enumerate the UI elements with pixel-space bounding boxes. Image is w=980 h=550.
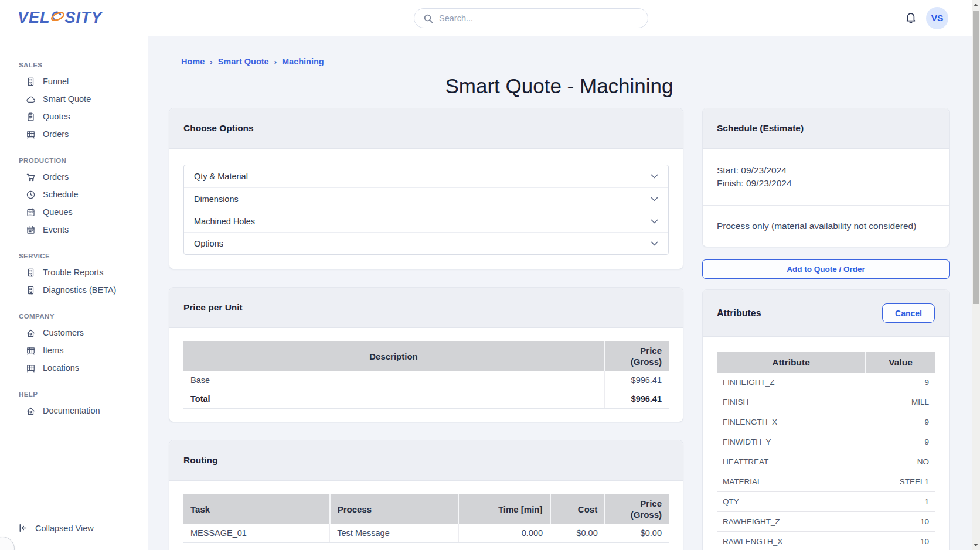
sidebar-item-queues[interactable]: Queues	[0, 203, 148, 221]
breadcrumb-smart-quote[interactable]: Smart Quote	[218, 57, 269, 66]
collapse-label: Collapsed View	[35, 524, 94, 533]
building-icon	[26, 77, 36, 87]
routing-col-task: Task	[183, 494, 330, 524]
logo-orbit-icon	[50, 9, 66, 25]
accordion-item-qty-material[interactable]: Qty & Material	[184, 165, 668, 187]
cancel-button[interactable]: Cancel	[882, 303, 935, 323]
accordion-item-dimensions[interactable]: Dimensions	[184, 187, 668, 210]
sidebar-section-label: COMPANY	[0, 309, 148, 324]
scrollbar-thumb[interactable]	[973, 11, 979, 304]
attribute-value: 9	[866, 432, 935, 452]
schedule-start: Start: 09/23/2024	[717, 164, 935, 177]
attribute-value: 9	[866, 412, 935, 432]
sidebar-item-diagnostics[interactable]: Diagnostics (BETA)	[0, 281, 148, 299]
sidebar-item-label: Orders	[43, 172, 69, 182]
calendar-icon	[26, 207, 36, 217]
attributes-card: Attributes Cancel Attribute Value	[702, 289, 950, 550]
price-total-value: $996.41	[604, 390, 669, 409]
attributes-col-value: Value	[866, 352, 935, 373]
sidebar-item-orders-sales[interactable]: Orders	[0, 125, 148, 143]
sidebar-item-label: Funnel	[43, 77, 69, 86]
vertical-scrollbar	[972, 0, 980, 550]
building-icon	[26, 268, 36, 278]
table-grid-icon	[26, 346, 36, 356]
sidebar-item-events[interactable]: Events	[0, 221, 148, 238]
top-navbar: VEL SITY VS	[0, 0, 972, 36]
attributes-col-attribute: Attribute	[717, 352, 866, 373]
sidebar-section-label: SALES	[0, 57, 148, 73]
sidebar-item-items[interactable]: Items	[0, 341, 148, 359]
collapse-left-icon	[18, 522, 29, 534]
options-accordion: Qty & Material Dimensions Machined Holes	[183, 165, 669, 255]
attribute-value: 1	[866, 492, 935, 512]
price-per-unit-card: Price per Unit Description Price (Gross)…	[169, 287, 683, 422]
table-row: FINISH MILL	[717, 392, 935, 412]
sidebar-item-trouble-reports[interactable]: Trouble Reports	[0, 264, 148, 281]
breadcrumb-separator: ›	[274, 57, 277, 66]
schedule-finish: Finish: 09/23/2024	[717, 177, 935, 190]
accordion-item-options[interactable]: Options	[184, 232, 668, 254]
notifications-bell-icon[interactable]	[904, 11, 918, 25]
add-to-quote-order-button[interactable]: Add to Quote / Order	[702, 259, 950, 279]
routing-row-cost: $0.00	[550, 524, 605, 543]
breadcrumb-machining[interactable]: Machining	[282, 57, 324, 66]
sidebar-item-label: Locations	[43, 363, 79, 373]
breadcrumb-separator: ›	[210, 57, 212, 66]
attribute-name: QTY	[717, 492, 866, 512]
routing-row-process: Test Message	[330, 524, 459, 543]
accordion-item-machined-holes[interactable]: Machined Holes	[184, 210, 668, 232]
price-per-unit-title: Price per Unit	[169, 288, 683, 328]
choose-options-title: Choose Options	[169, 108, 683, 149]
breadcrumb-home[interactable]: Home	[181, 57, 205, 66]
attribute-name: HEATTREAT	[717, 452, 866, 472]
schedule-title: Schedule (Estimate)	[703, 108, 949, 149]
scrollbar-up-arrow[interactable]	[974, 4, 978, 6]
routing-table: Task Process Time [min] Cost Price (Gros…	[183, 494, 669, 543]
main-content: Home › Smart Quote › Machining Smart Quo…	[148, 36, 972, 550]
sidebar-section-help: HELP Documentation	[0, 387, 148, 419]
price-col-price-gross: Price (Gross)	[604, 341, 669, 371]
choose-options-card: Choose Options Qty & Material Dimensions…	[169, 108, 683, 269]
sidebar-item-funnel[interactable]: Funnel	[0, 73, 148, 90]
sidebar-item-customers[interactable]: Customers	[0, 324, 148, 341]
search-input[interactable]	[414, 9, 648, 28]
attribute-name: FINWIDTH_Y	[717, 432, 866, 452]
attribute-name: MATERIAL	[717, 472, 866, 492]
sidebar-item-smart-quote[interactable]: Smart Quote	[0, 90, 148, 108]
sidebar-item-label: Queues	[43, 207, 73, 217]
scrollbar-down-arrow[interactable]	[974, 544, 978, 546]
sidebar-item-schedule[interactable]: Schedule	[0, 186, 148, 203]
user-avatar[interactable]: VS	[926, 7, 948, 29]
sidebar-item-label: Quotes	[43, 112, 70, 121]
sidebar-item-label: Schedule	[43, 190, 78, 199]
sidebar-item-label: Items	[43, 346, 63, 355]
attribute-value: STEEL1	[866, 472, 935, 492]
table-grid-icon	[26, 129, 36, 139]
chevron-down-icon	[651, 241, 658, 246]
sidebar-item-label: Trouble Reports	[43, 268, 103, 277]
schedule-note: Process only (material availability not …	[703, 205, 949, 247]
chevron-down-icon	[651, 219, 658, 224]
cloud-icon	[26, 94, 36, 104]
sidebar-item-orders-production[interactable]: Orders	[0, 168, 148, 186]
attribute-value: 10	[866, 512, 935, 532]
table-row: QTY 1	[717, 492, 935, 512]
search-box	[414, 8, 648, 28]
routing-col-process: Process	[330, 494, 459, 524]
chevron-down-icon	[651, 174, 658, 179]
routing-col-price-gross: Price (Gross)	[605, 494, 669, 524]
home-icon	[26, 406, 36, 416]
sidebar-section-production: PRODUCTION Orders Schedule Queues Events	[0, 153, 148, 238]
price-row-value: $996.41	[604, 371, 669, 390]
cart-icon	[26, 172, 36, 182]
clipboard-icon	[26, 112, 36, 122]
sidebar-item-locations[interactable]: Locations	[0, 359, 148, 377]
collapse-sidebar-button[interactable]: Collapsed View	[0, 508, 148, 550]
sidebar-item-quotes[interactable]: Quotes	[0, 108, 148, 125]
accordion-label: Machined Holes	[194, 217, 255, 226]
sidebar-item-label: Documentation	[43, 406, 100, 415]
app-logo[interactable]: VEL SITY	[18, 9, 103, 27]
clock-icon	[26, 190, 36, 200]
attribute-name: FINISH	[717, 392, 866, 412]
sidebar-item-documentation[interactable]: Documentation	[0, 402, 148, 419]
